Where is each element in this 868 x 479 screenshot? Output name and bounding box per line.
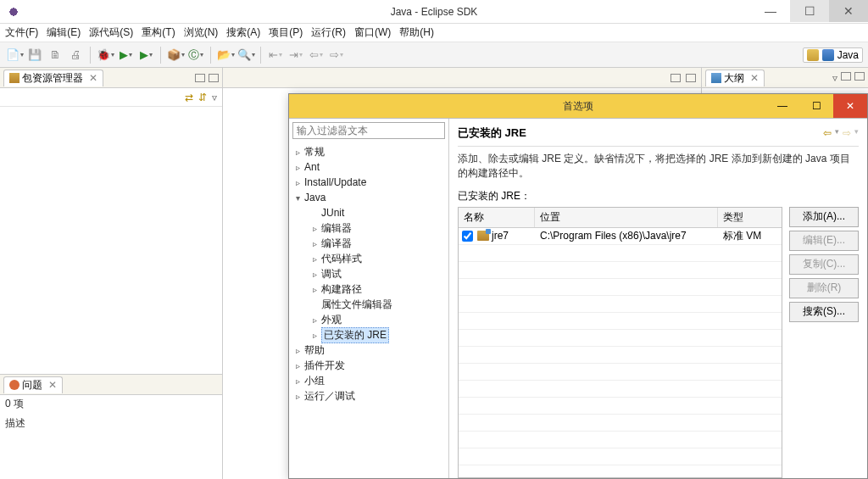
menu-file[interactable]: 文件(F) — [5, 25, 38, 40]
print-button[interactable]: 🖨 — [66, 46, 85, 64]
pref-minimize-button[interactable]: — — [765, 94, 799, 118]
close-icon[interactable]: ✕ — [48, 379, 57, 391]
tree-rundebug[interactable]: ▹运行／调试 — [289, 388, 448, 404]
nav-fwd-1[interactable]: ⇥ — [287, 46, 305, 64]
minimize-editor-icon[interactable] — [670, 74, 681, 82]
problems-desc-label: 描述 — [5, 416, 217, 431]
minimize-view-icon[interactable] — [195, 74, 205, 82]
tree-debug[interactable]: ▹调试 — [289, 266, 448, 281]
collapse-all-icon[interactable]: ⇄ — [185, 92, 193, 103]
close-icon[interactable]: ✕ — [89, 72, 97, 84]
new-button[interactable]: 📄 — [5, 46, 24, 64]
tree-appearance[interactable]: ▹外观 — [289, 312, 448, 327]
maximize-button[interactable]: ☐ — [790, 0, 829, 22]
table-row — [459, 296, 782, 313]
maximize-view-icon[interactable] — [854, 72, 865, 81]
table-row — [459, 262, 782, 279]
tree-plugindev[interactable]: ▹插件开发 — [289, 358, 448, 373]
col-type[interactable]: 类型 — [718, 208, 782, 227]
tree-codestyle[interactable]: ▹代码样式 — [289, 251, 448, 266]
tree-general[interactable]: ▹常规 — [289, 144, 448, 159]
tree-installed-jre[interactable]: ▹已安装的 JRE — [289, 327, 448, 343]
pkg-explorer-toolbar: ⇄ ⇵ ▿ — [0, 88, 222, 107]
menu-search[interactable]: 搜索(A) — [226, 25, 260, 40]
pref-description: 添加、除去或编辑 JRE 定义。缺省情况下，将把选择的 JRE 添加到新创建的 … — [458, 152, 859, 181]
jre-row[interactable]: jre7 C:\Program Files (x86)\Java\jre7 标准… — [459, 228, 782, 245]
view-menu-icon[interactable]: ▿ — [832, 72, 837, 84]
tree-ant[interactable]: ▹Ant — [289, 159, 448, 175]
pref-nav: ⇦▾ ⇨▾ — [823, 127, 859, 139]
window-title: Java - Eclipse SDK — [0, 6, 868, 18]
menu-navigate[interactable]: 浏览(N) — [184, 25, 219, 40]
new-package-button[interactable]: 📦 — [166, 46, 185, 64]
perspective-label: Java — [837, 49, 859, 61]
run-last-button[interactable]: ▶ — [136, 46, 155, 64]
tree-propfile[interactable]: 属性文件编辑器 — [289, 297, 448, 312]
edit-jre-button[interactable]: 编辑(E)... — [789, 231, 859, 251]
problems-title: 问题 — [22, 378, 42, 393]
debug-button[interactable]: 🐞 — [96, 46, 114, 64]
close-icon[interactable]: ✕ — [750, 72, 759, 84]
table-row — [459, 398, 782, 415]
nav-back-1[interactable]: ⇤ — [266, 46, 285, 64]
open-type-button[interactable]: 📂 — [216, 46, 235, 64]
view-menu-icon[interactable]: ▿ — [212, 92, 217, 103]
save-all-button[interactable]: 🗎 — [46, 46, 64, 64]
nav-fwd-2[interactable]: ⇨ — [327, 46, 346, 64]
minimize-button[interactable]: — — [751, 0, 790, 22]
link-editor-icon[interactable]: ⇵ — [198, 92, 207, 103]
tree-java[interactable]: ▾Java — [289, 190, 448, 205]
tree-install-update[interactable]: ▹Install/Update — [289, 175, 448, 190]
menu-run[interactable]: 运行(R) — [311, 25, 346, 40]
menu-help[interactable]: 帮助(H) — [399, 25, 434, 40]
menu-edit[interactable]: 编辑(E) — [47, 25, 81, 40]
nav-fwd-icon[interactable]: ⇨ — [843, 127, 851, 139]
search-button[interactable]: 🔍 — [236, 46, 255, 64]
tree-help[interactable]: ▹帮助 — [289, 343, 448, 358]
main-toolbar: 📄 💾 🗎 🖨 🐞 ▶ ▶ 📦 Ⓒ 📂 🔍 ⇤ ⇥ ⇦ ⇨ Java — [0, 42, 868, 68]
col-name[interactable]: 名称 — [459, 208, 535, 227]
copy-jre-button[interactable]: 复制(C)... — [789, 254, 859, 275]
tree-editor[interactable]: ▹编辑器 — [289, 220, 448, 236]
pref-close-button[interactable]: ✕ — [833, 94, 867, 118]
nav-back-2[interactable]: ⇦ — [307, 46, 326, 64]
jre-default-checkbox[interactable] — [462, 231, 473, 242]
pkg-explorer-tab[interactable]: 包资源管理器 ✕ — [3, 70, 103, 86]
pref-maximize-button[interactable]: ☐ — [799, 94, 833, 118]
table-row — [459, 364, 782, 381]
jre-icon — [477, 231, 489, 241]
new-class-button[interactable]: Ⓒ — [186, 46, 205, 64]
save-button[interactable]: 💾 — [25, 46, 44, 64]
close-button[interactable]: ✕ — [829, 0, 868, 22]
perspective-switcher[interactable]: Java — [803, 47, 863, 63]
tree-team[interactable]: ▹小组 — [289, 373, 448, 388]
nav-back-icon[interactable]: ⇦ — [823, 127, 832, 139]
pref-filter-input[interactable] — [292, 122, 445, 139]
pref-tree: ▹常规 ▹Ant ▹Install/Update ▾Java JUnit ▹编辑… — [289, 142, 448, 478]
maximize-view-icon[interactable] — [209, 74, 219, 82]
menu-window[interactable]: 窗口(W) — [354, 25, 391, 40]
search-jre-button[interactable]: 搜索(S)... — [789, 302, 859, 322]
problems-header: 问题 ✕ — [0, 375, 222, 395]
jre-table: 名称 位置 类型 jre7 C:\Program Files (x86)\Jav… — [458, 207, 782, 478]
jre-location: C:\Program Files (x86)\Java\jre7 — [535, 230, 718, 242]
problems-tab[interactable]: 问题 ✕ — [3, 376, 63, 393]
outline-title: 大纲 — [724, 71, 744, 86]
add-jre-button[interactable]: 添加(A)... — [789, 207, 859, 227]
outline-tab[interactable]: 大纲 ✕ — [705, 70, 765, 86]
remove-jre-button[interactable]: 删除(R) — [789, 278, 859, 298]
preferences-dialog: 首选项 — ☐ ✕ ▹常规 ▹Ant ▹Install/Update ▾Java… — [288, 93, 868, 479]
tree-compiler[interactable]: ▹编译器 — [289, 236, 448, 251]
minimize-view-icon[interactable] — [841, 72, 851, 81]
run-button[interactable]: ▶ — [116, 46, 135, 64]
eclipse-icon — [7, 5, 20, 19]
col-location[interactable]: 位置 — [535, 208, 718, 227]
tree-junit[interactable]: JUnit — [289, 205, 448, 220]
menu-source[interactable]: 源代码(S) — [89, 25, 133, 40]
menu-project[interactable]: 项目(P) — [269, 25, 303, 40]
maximize-editor-icon[interactable] — [686, 74, 696, 82]
table-row — [459, 330, 782, 347]
menu-bar: 文件(F) 编辑(E) 源代码(S) 重构(T) 浏览(N) 搜索(A) 项目(… — [0, 24, 868, 42]
menu-refactor[interactable]: 重构(T) — [142, 25, 175, 40]
tree-buildpath[interactable]: ▹构建路径 — [289, 281, 448, 297]
